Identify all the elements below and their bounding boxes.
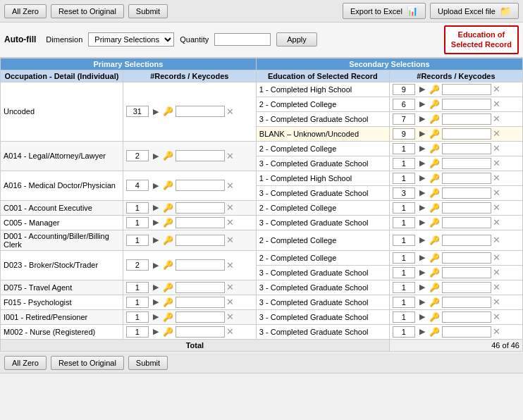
key-icon[interactable]: 🔑 xyxy=(163,259,174,271)
secondary-count-input[interactable] xyxy=(393,311,415,323)
secondary-count-input[interactable] xyxy=(393,143,415,154)
copy-icon[interactable]: ▶ xyxy=(417,99,428,110)
primary-count-input[interactable] xyxy=(126,106,149,117)
secondary-count-input[interactable] xyxy=(393,187,415,199)
clear-icon[interactable]: ✕ xyxy=(226,297,234,307)
clear-icon[interactable]: ✕ xyxy=(493,282,500,292)
quantity-input[interactable] xyxy=(214,33,271,46)
secondary-key-input[interactable] xyxy=(442,311,491,323)
copy-icon[interactable]: ▶ xyxy=(417,267,428,278)
secondary-key-input[interactable] xyxy=(442,202,491,214)
secondary-key-input[interactable] xyxy=(442,158,491,169)
clear-icon[interactable]: ✕ xyxy=(226,326,234,337)
secondary-count-input[interactable] xyxy=(393,99,415,110)
copy-icon[interactable]: ▶ xyxy=(417,252,428,264)
copy-icon[interactable]: ▶ xyxy=(150,202,161,214)
clear-icon[interactable]: ✕ xyxy=(226,180,234,191)
secondary-key-input[interactable] xyxy=(442,173,491,184)
submit-button[interactable]: Submit xyxy=(128,4,168,18)
secondary-count-input[interactable] xyxy=(393,173,415,184)
clear-icon[interactable]: ✕ xyxy=(226,217,234,228)
key-icon[interactable]: 🔑 xyxy=(429,235,441,246)
key-icon[interactable]: 🔑 xyxy=(163,217,174,228)
primary-key-input[interactable] xyxy=(176,150,225,161)
secondary-count-input[interactable] xyxy=(393,282,415,293)
key-icon[interactable]: 🔑 xyxy=(429,252,441,264)
key-icon[interactable]: 🔑 xyxy=(429,99,441,110)
apply-button[interactable]: Apply xyxy=(276,32,317,47)
secondary-key-input[interactable] xyxy=(442,99,491,110)
copy-icon[interactable]: ▶ xyxy=(150,259,161,271)
dimension-select[interactable]: Primary Selections xyxy=(88,32,174,47)
secondary-count-input[interactable] xyxy=(393,202,415,214)
copy-icon[interactable]: ▶ xyxy=(417,84,428,95)
secondary-key-input[interactable] xyxy=(442,252,491,264)
secondary-count-input[interactable] xyxy=(393,128,415,140)
all-zero-button[interactable]: All Zero xyxy=(4,4,47,18)
clear-icon[interactable]: ✕ xyxy=(226,282,234,292)
key-icon[interactable]: 🔑 xyxy=(163,235,174,246)
copy-icon[interactable]: ▶ xyxy=(150,217,161,228)
secondary-key-input[interactable] xyxy=(442,235,491,246)
secondary-count-input[interactable] xyxy=(393,84,415,95)
key-icon[interactable]: 🔑 xyxy=(429,217,441,228)
clear-icon[interactable]: ✕ xyxy=(493,143,500,154)
primary-count-input[interactable] xyxy=(126,150,149,161)
clear-icon[interactable]: ✕ xyxy=(493,158,500,168)
copy-icon[interactable]: ▶ xyxy=(150,282,161,293)
clear-icon[interactable]: ✕ xyxy=(226,260,234,271)
key-icon[interactable]: 🔑 xyxy=(429,282,441,293)
copy-icon[interactable]: ▶ xyxy=(150,297,161,308)
primary-count-input[interactable] xyxy=(126,217,149,228)
primary-key-input[interactable] xyxy=(176,259,225,271)
copy-icon[interactable]: ▶ xyxy=(417,158,428,169)
secondary-key-input[interactable] xyxy=(442,282,491,293)
key-icon[interactable]: 🔑 xyxy=(163,150,174,161)
clear-icon[interactable]: ✕ xyxy=(493,311,500,322)
clear-icon[interactable]: ✕ xyxy=(226,202,234,213)
key-icon[interactable]: 🔑 xyxy=(163,311,174,323)
primary-key-input[interactable] xyxy=(176,326,225,338)
copy-icon[interactable]: ▶ xyxy=(150,235,161,246)
copy-icon[interactable]: ▶ xyxy=(417,128,428,140)
copy-icon[interactable]: ▶ xyxy=(417,143,428,154)
clear-icon[interactable]: ✕ xyxy=(493,297,500,307)
primary-count-input[interactable] xyxy=(126,297,149,308)
primary-key-input[interactable] xyxy=(176,311,225,323)
copy-icon[interactable]: ▶ xyxy=(417,297,428,308)
key-icon[interactable]: 🔑 xyxy=(429,113,441,125)
primary-key-input[interactable] xyxy=(176,202,225,214)
primary-count-input[interactable] xyxy=(126,259,149,271)
copy-icon[interactable]: ▶ xyxy=(417,113,428,125)
secondary-key-input[interactable] xyxy=(442,297,491,308)
secondary-count-input[interactable] xyxy=(393,252,415,264)
copy-icon[interactable]: ▶ xyxy=(417,326,428,338)
clear-icon[interactable]: ✕ xyxy=(493,187,500,198)
clear-icon[interactable]: ✕ xyxy=(493,252,500,263)
key-icon[interactable]: 🔑 xyxy=(163,282,174,293)
copy-icon[interactable]: ▶ xyxy=(417,217,428,228)
key-icon[interactable]: 🔑 xyxy=(429,297,441,308)
copy-icon[interactable]: ▶ xyxy=(417,202,428,214)
secondary-key-input[interactable] xyxy=(442,326,491,338)
key-icon[interactable]: 🔑 xyxy=(429,202,441,214)
secondary-key-input[interactable] xyxy=(442,143,491,154)
clear-icon[interactable]: ✕ xyxy=(226,106,234,117)
key-icon[interactable]: 🔑 xyxy=(163,180,174,191)
export-excel-button[interactable]: Export to Excel 📊 xyxy=(343,3,426,19)
clear-icon[interactable]: ✕ xyxy=(493,267,500,278)
copy-icon[interactable]: ▶ xyxy=(150,180,161,191)
secondary-count-input[interactable] xyxy=(393,158,415,169)
clear-icon[interactable]: ✕ xyxy=(493,326,500,337)
key-icon[interactable]: 🔑 xyxy=(163,202,174,214)
secondary-count-input[interactable] xyxy=(393,326,415,338)
clear-icon[interactable]: ✕ xyxy=(493,235,500,245)
secondary-count-input[interactable] xyxy=(393,297,415,308)
key-icon[interactable]: 🔑 xyxy=(163,326,174,338)
clear-icon[interactable]: ✕ xyxy=(493,113,500,124)
key-icon[interactable]: 🔑 xyxy=(429,158,441,169)
primary-count-input[interactable] xyxy=(126,202,149,214)
clear-icon[interactable]: ✕ xyxy=(493,217,500,228)
copy-icon[interactable]: ▶ xyxy=(150,311,161,323)
copy-icon[interactable]: ▶ xyxy=(150,150,161,161)
